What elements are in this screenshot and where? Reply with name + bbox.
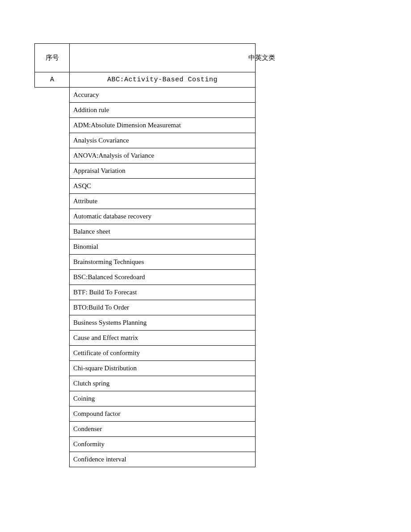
header-content-label: 中英文类: [70, 44, 255, 72]
table-row: Automatic database recovery: [69, 209, 256, 224]
table-row: BTO:Build To Order: [69, 300, 256, 315]
header-content-text: 中英文类: [248, 54, 275, 62]
data-rows-container: Accuracy Addition rule ADM:Absolute Dime…: [69, 88, 256, 467]
table-row: ANOVA:Analysis of Variance: [69, 148, 256, 163]
table-row: ASQC: [69, 179, 256, 194]
table-row: Analysis Covariance: [69, 133, 256, 148]
table-row: Cause and Effect matrix: [69, 331, 256, 346]
table-row: Confidence interval: [69, 452, 256, 467]
table-row: Business Systems Planning: [69, 315, 256, 331]
section-label: A: [35, 72, 70, 88]
table-row: BTF: Build To Forecast: [69, 285, 256, 300]
table-row: ADM:Absolute Dimension Measuremat: [69, 118, 256, 133]
table-row: Balance sheet: [69, 224, 256, 239]
table-row: Compound factor: [69, 406, 256, 422]
table-row: Clutch spring: [69, 376, 256, 391]
section-first-entry: ABC:Activity-Based Costing: [70, 72, 255, 88]
header-sequence-number: 序号: [35, 44, 70, 72]
table-row: Coining: [69, 391, 256, 406]
section-row: A ABC:Activity-Based Costing: [34, 72, 256, 88]
table-row: Chi-square Distribution: [69, 361, 256, 376]
table-row: Attribute: [69, 194, 256, 209]
table-row: Addition rule: [69, 103, 256, 118]
document-table: 序号 中英文类 A ABC:Activity-Based Costing Acc…: [34, 43, 256, 467]
table-row: Accuracy: [69, 88, 256, 103]
table-header-row: 序号 中英文类: [34, 43, 256, 72]
table-row: Cettificate of conformity: [69, 346, 256, 361]
table-row: Binomial: [69, 239, 256, 255]
table-row: Conformity: [69, 437, 256, 452]
table-row: Appraisal Variation: [69, 163, 256, 179]
table-row: Condenser: [69, 422, 256, 437]
table-row: BSC:Balanced Scoredoard: [69, 270, 256, 285]
table-row: Brainstorming Techniques: [69, 255, 256, 270]
